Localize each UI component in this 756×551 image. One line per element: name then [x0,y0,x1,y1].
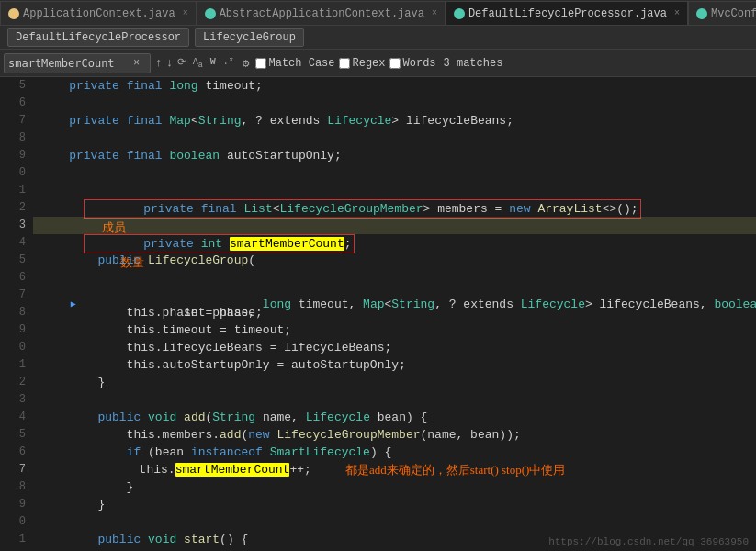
line-number: 8 [0,129,33,147]
line-content: this.phase = phase; [33,304,756,321]
line-content: } [33,374,756,391]
line-content: } [33,478,756,496]
line-content [33,95,756,112]
line-content: ▶ int phase, long timeout, Map<String, ?… [33,269,756,287]
code-area: 5 private final long timeout; 6 7 privat… [0,77,756,551]
search-next-button[interactable]: ↓ [165,56,175,70]
line-number: 6 [0,269,33,287]
table-row: 7 private final Map<String, ? extends Li… [0,112,756,129]
line-number: 5 [0,77,33,95]
words-checkbox[interactable] [389,58,401,69]
line-number: 9 [0,496,33,513]
tab-label: DefaultLifecycleProcessor.java [468,7,667,20]
tab-applicationcontext[interactable]: ApplicationContext.java × [0,1,197,25]
table-row: 3 private int smartMemberCount; 数量 [0,217,756,234]
line-content: public void add(String name, Lifecycle b… [33,409,756,426]
line-number: 1 [0,531,33,548]
tab-defaultlifecycleprocessor[interactable]: DefaultLifecycleProcessor.java × [446,1,688,25]
words-label: Words [403,57,436,70]
line-number: 0 [0,513,33,531]
table-row: 7 this.smartMemberCount++; 都是add来确定的，然后s… [0,461,756,478]
line-content: this.autoStartupOnly = autoStartupOnly; [33,356,756,374]
line-number: 3 [0,391,33,409]
line-number: 7 [0,461,33,478]
table-row: 6 [0,95,756,112]
line-number: 9 [0,321,33,339]
table-row: 8 } [0,478,756,496]
words-checkbox-label[interactable]: Words [389,57,436,70]
table-row: 8 this.phase = phase; [0,304,756,321]
line-number: 5 [0,252,33,269]
line-number: 7 [0,287,33,304]
breadcrumb-defaultlifecycleprocessor[interactable]: DefaultLifecycleProcessor [7,28,189,47]
tab-bar: ApplicationContext.java × AbstractApplic… [0,0,756,26]
line-content: private final boolean autoStartupOnly; [33,147,756,164]
table-row: 5 private final long timeout; [0,77,756,95]
line-number: 2 [0,374,33,391]
tab-mvcconfig[interactable]: MvcConfig.java × [688,1,756,25]
search-clear-button[interactable]: × [131,57,141,70]
tab-close[interactable]: × [432,8,437,18]
search-prev-button[interactable]: ↑ [154,56,164,70]
search-aa-icon[interactable]: Aa [190,56,206,71]
line-content: private final List<LifecycleGroupMember>… [33,182,756,199]
line-number: 7 [0,112,33,129]
line-content [33,287,756,304]
search-mode-icons: Aa W .* [190,56,237,71]
line-content: this.timeout = timeout; [33,321,756,339]
line-number: 2 [0,199,33,217]
line-content [33,391,756,409]
breadcrumb-lifecyclegroup[interactable]: LifecycleGroup [195,28,304,47]
table-row: 6 ▶ int phase, long timeout, Map<String,… [0,269,756,287]
table-row: 4 [0,234,756,252]
search-refresh-button[interactable]: ⟳ [176,56,186,70]
tab-close[interactable]: × [674,8,680,18]
line-content: public LifecycleGroup( [33,252,756,269]
tab-icon-java2 [205,8,216,19]
tab-icon-java [8,8,19,19]
table-row: 3 [0,391,756,409]
table-row: 1 this.autoStartupOnly = autoStartupOnly… [0,356,756,374]
line-number: 1 [0,356,33,374]
line-number: 4 [0,234,33,252]
line-number: 8 [0,304,33,321]
match-case-checkbox[interactable] [255,58,266,69]
search-word-icon[interactable]: W [208,56,219,71]
line-number: 9 [0,147,33,164]
matches-count: 3 matches [444,57,503,70]
line-number: 6 [0,444,33,461]
search-input[interactable] [8,57,128,70]
line-number: 3 [0,217,33,234]
tab-close[interactable]: × [183,8,188,18]
tab-icon-java3 [454,8,465,19]
line-number: 6 [0,95,33,112]
line-content: if (bean instanceof SmartLifecycle) { [33,444,756,461]
match-case-label: Match Case [269,57,335,70]
regex-checkbox[interactable] [339,58,350,69]
line-content: this.smartMemberCount++; 都是add来确定的，然后sta… [33,461,756,478]
table-row: 0 this.lifecycleBeans = lifecycleBeans; [0,339,756,356]
tab-icon-java4 [696,8,707,19]
match-case-checkbox-label[interactable]: Match Case [255,57,335,70]
search-regex-icon[interactable]: .* [220,56,237,71]
table-row: 1 private final List<LifecycleGroupMembe… [0,182,756,199]
regex-label: Regex [353,57,386,70]
search-navigation: ↑ ↓ ⟳ [154,56,186,70]
search-input-wrapper: × [4,53,151,73]
table-row: 5 public LifecycleGroup( [0,252,756,269]
line-number: 0 [0,164,33,182]
tab-abstractapplicationcontext[interactable]: AbstractApplicationContext.java × [197,1,446,25]
cn-annotation-add: 都是add来确定的，然后start() stop()中使用 [345,461,565,478]
line-number: 8 [0,478,33,496]
line-number: 1 [0,182,33,199]
table-row: 9 this.timeout = timeout; [0,321,756,339]
tab-label: AbstractApplicationContext.java [220,7,424,20]
table-row: 5 this.members.add(new LifecycleGroupMem… [0,426,756,444]
table-row: 2 [0,199,756,217]
line-number: 4 [0,409,33,426]
line-content: private int smartMemberCount; 数量 [33,217,756,234]
line-content [33,199,756,217]
regex-checkbox-label[interactable]: Regex [339,57,386,70]
search-settings-icon[interactable]: ⚙ [241,56,252,71]
line-content [33,164,756,182]
